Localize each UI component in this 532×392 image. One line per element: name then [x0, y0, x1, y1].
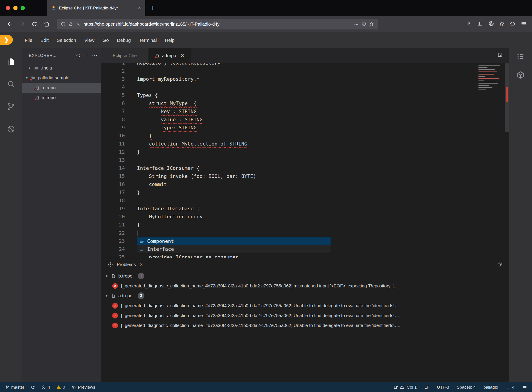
sync-icon[interactable] [31, 385, 35, 390]
more-actions-icon[interactable]: ⋯ [92, 52, 97, 59]
indentation-status[interactable]: Spaces: 4 [457, 385, 476, 390]
permissions-icon[interactable] [76, 22, 80, 26]
explorer-activity-icon[interactable] [0, 50, 22, 73]
previews-status[interactable]: Previews [71, 385, 95, 390]
forward-button[interactable] [16, 19, 28, 30]
problems-group-a-trepo[interactable]: ▾ a.trepo 3 [101, 291, 509, 301]
home-button[interactable] [41, 19, 53, 30]
debug-disabled-icon[interactable] [0, 118, 22, 140]
close-window-button[interactable] [6, 6, 10, 10]
close-tab-icon[interactable]: ✕ [181, 53, 184, 58]
back-button[interactable] [4, 19, 16, 30]
tab-a-trepo[interactable]: a.trepo ✕ [149, 48, 191, 63]
lock-icon[interactable] [69, 22, 73, 26]
code-line[interactable]: 21} [101, 221, 509, 229]
code-line[interactable]: 25 provides IConsumer as consumer [101, 253, 509, 258]
problems-group-b-trepo[interactable]: ▾ b.trepo 1 [101, 271, 509, 281]
code-line[interactable]: 13 [101, 156, 509, 164]
code-line[interactable]: 11 collection MyCollection of STRING [101, 140, 509, 148]
sidebar-toggle-icon[interactable] [477, 21, 483, 28]
minimap[interactable] [478, 64, 504, 89]
eol-status[interactable]: LF [424, 385, 429, 390]
library-icon[interactable] [466, 21, 472, 28]
close-panel-icon[interactable]: ✕ [139, 262, 143, 267]
bookmark-star-icon[interactable] [369, 22, 374, 27]
code-line[interactable]: 9 type: STRING [101, 124, 509, 132]
code-line-current[interactable]: 22 [101, 229, 509, 237]
code-line[interactable]: 20 MyCollection query [101, 213, 509, 221]
code-line[interactable]: 16 commit [101, 180, 509, 188]
restore-panel-icon[interactable] [497, 262, 502, 267]
code-line[interactable]: 12} [101, 148, 509, 156]
page-actions-icon[interactable]: ••• [354, 22, 359, 26]
git-activity-icon[interactable] [0, 95, 22, 118]
menu-file[interactable]: File [21, 37, 37, 43]
menu-edit[interactable]: Edit [37, 37, 53, 43]
outline-icon[interactable] [516, 52, 525, 62]
warning-count-status[interactable]: 0 [56, 385, 65, 390]
encoding-status[interactable]: UTF-8 [437, 385, 449, 390]
cloud-icon[interactable] [509, 21, 515, 28]
collapse-all-icon[interactable] [84, 53, 89, 58]
tree-item-a-trepo[interactable]: a.trepo [22, 83, 101, 93]
git-branch-status[interactable]: master [5, 385, 24, 390]
chevron-down-icon[interactable]: ▾ [105, 274, 109, 278]
code-line[interactable]: 10 } [101, 132, 509, 140]
language-mode-status[interactable]: palladio [483, 385, 498, 390]
cursor-position-status[interactable]: Ln 22, Col 1 [394, 385, 417, 390]
code-line[interactable]: 14Interface IConsumer { [101, 164, 509, 172]
close-tab-icon[interactable]: ✕ [138, 5, 141, 11]
tree-item-palladio-sample[interactable]: ▾ palladio-sample [22, 73, 101, 83]
error-count-status[interactable]: 4 [41, 385, 50, 390]
notifications-status[interactable]: 4 [506, 385, 514, 390]
problem-row[interactable]: ✕ [_generated_diagnostic_collection_name… [101, 311, 509, 321]
tab-eclipse-che[interactable]: Eclipse Che [101, 48, 149, 63]
menu-debug[interactable]: Debug [113, 37, 135, 43]
address-bar[interactable]: https://che.openshift.io/dashboard/#/ide… [57, 19, 378, 29]
menu-terminal[interactable]: Terminal [135, 37, 161, 43]
problem-row[interactable]: ✕ [_generated_diagnostic_collection_name… [101, 321, 509, 330]
menu-go[interactable]: Go [98, 37, 113, 43]
url-text[interactable]: https://che.openshift.io/dashboard/#/ide… [84, 22, 351, 27]
chevron-down-icon[interactable]: ▾ [25, 76, 29, 80]
editor-scrollbar[interactable] [504, 63, 509, 258]
menu-help[interactable]: Help [161, 37, 179, 43]
code-line[interactable]: 17} [101, 188, 509, 196]
account-icon[interactable] [488, 21, 494, 28]
refresh-explorer-icon[interactable] [76, 53, 81, 58]
plugin-cube-icon[interactable] [516, 71, 525, 80]
problem-row[interactable]: ✕ [_generated_diagnostic_collection_name… [101, 301, 509, 311]
code-line[interactable]: 6 struct MyType { [101, 99, 509, 107]
tree-item-b-trepo[interactable]: b.trepo [22, 93, 101, 103]
menu-selection[interactable]: Selection [53, 37, 80, 43]
browser-tab[interactable]: Eclipse Che | KIT-Palladio-d4yr ✕ [47, 0, 145, 16]
menu-view[interactable]: View [80, 37, 98, 43]
search-activity-icon[interactable] [0, 73, 22, 95]
reload-button[interactable] [28, 19, 41, 30]
chevron-right-icon[interactable]: ▸ [28, 66, 32, 70]
menu-icon[interactable] [521, 21, 527, 28]
chevron-down-icon[interactable]: ▾ [105, 294, 109, 298]
new-tab-button[interactable]: + [145, 0, 160, 16]
code-line[interactable]: 4 [101, 83, 509, 91]
maximize-window-button[interactable] [21, 6, 25, 10]
code-line[interactable]: 15 String invoke (foo: BOOL, bar: BYTE) [101, 172, 509, 180]
code-line[interactable]: 8 value : STRING [101, 116, 509, 124]
suggest-item-interface[interactable]: Interface [137, 245, 331, 253]
problem-row[interactable]: ✕ [_generated_diagnostic_collection_name… [101, 281, 509, 291]
workspace-flag-button[interactable]: ❯ [0, 35, 13, 45]
code-line[interactable]: 7 key : STRING [101, 107, 509, 116]
code-editor[interactable]: 1Repository textadtRepository 2 3import … [101, 63, 509, 258]
tracking-shield-icon[interactable] [61, 22, 66, 27]
code-line[interactable]: 19Interface IDatabase { [101, 205, 509, 213]
feedback-monitor-icon[interactable] [522, 385, 527, 390]
fx-question-icon[interactable]: f? [499, 21, 504, 27]
suggest-item-component[interactable]: Component [137, 237, 331, 245]
tree-item-theia[interactable]: ▸ .theia [22, 63, 101, 73]
code-line[interactable]: 1Repository textadtRepository [101, 63, 509, 67]
code-line[interactable]: 3import myRepository.* [101, 75, 509, 83]
pocket-icon[interactable] [361, 22, 366, 27]
code-line[interactable]: 18 [101, 196, 509, 205]
code-line[interactable]: 2 [101, 67, 509, 75]
minimize-window-button[interactable] [13, 6, 18, 10]
